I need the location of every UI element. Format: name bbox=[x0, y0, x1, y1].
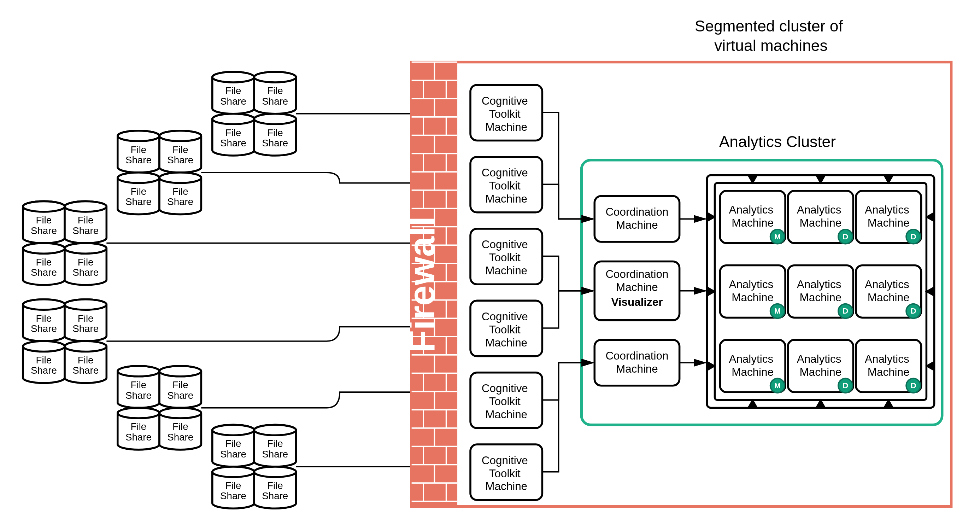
svg-text:M: M bbox=[774, 381, 781, 390]
firewall-label: Firewall bbox=[401, 216, 442, 352]
cognitive-column bbox=[470, 85, 542, 500]
file-share-group bbox=[212, 425, 296, 509]
analytics-grid: M D D M D D M D D bbox=[720, 191, 921, 393]
svg-text:M: M bbox=[774, 307, 781, 315]
svg-text:D: D bbox=[910, 307, 916, 315]
analytics-cluster-title: Analytics Cluster bbox=[719, 133, 836, 150]
svg-text:M: M bbox=[774, 232, 781, 241]
file-share-group bbox=[23, 299, 107, 383]
coordination-column: CoordinationMachine CoordinationMachineV… bbox=[595, 196, 679, 386]
firewall: Firewall bbox=[401, 62, 457, 507]
svg-text:D: D bbox=[843, 232, 848, 241]
connectors-right bbox=[679, 219, 706, 363]
file-share-group bbox=[118, 366, 202, 450]
svg-text:D: D bbox=[910, 232, 916, 241]
svg-text:D: D bbox=[843, 381, 848, 390]
connectors-mid bbox=[542, 113, 593, 472]
svg-text:D: D bbox=[910, 381, 916, 390]
file-share-group bbox=[212, 72, 296, 156]
file-share-group bbox=[118, 131, 202, 215]
segmented-cluster-title: Segmented cluster of virtual machines bbox=[695, 18, 848, 54]
file-share-group bbox=[23, 201, 107, 285]
svg-text:D: D bbox=[843, 307, 848, 315]
